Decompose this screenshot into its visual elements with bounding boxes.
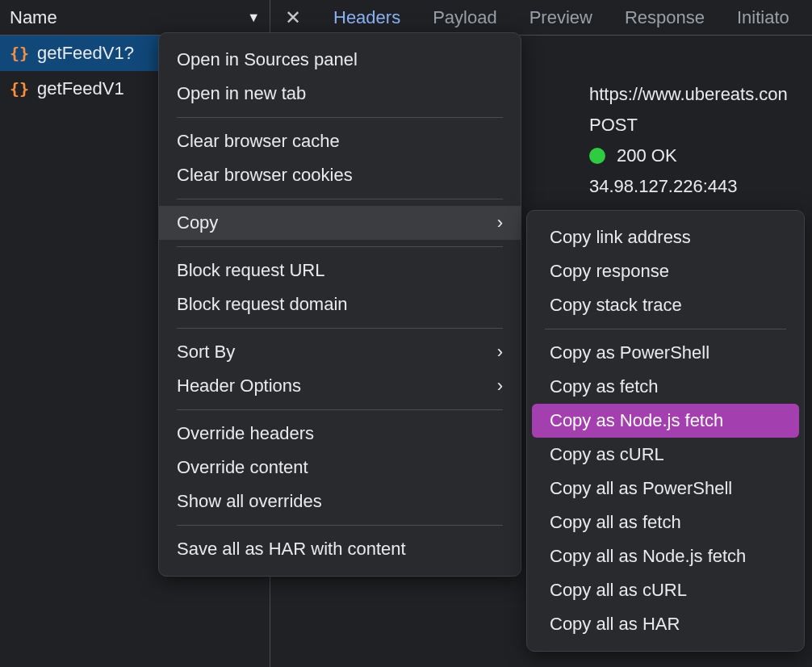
ctx-clear-cache[interactable]: Clear browser cache [159,124,521,158]
copy-as-nodejs-fetch[interactable]: Copy as Node.js fetch [532,404,799,438]
menu-separator [177,409,503,410]
sort-arrow-icon: ▼ [247,10,260,25]
close-icon[interactable]: ✕ [285,8,301,27]
copy-all-as-fetch[interactable]: Copy all as fetch [532,505,799,539]
tabs-bar: ✕ Headers Payload Preview Response Initi… [270,0,812,36]
tab-headers[interactable]: Headers [333,2,400,33]
copy-all-as-nodejs-fetch[interactable]: Copy all as Node.js fetch [532,539,799,573]
ctx-show-overrides[interactable]: Show all overrides [159,485,521,518]
request-name: getFeedV1? [37,43,134,64]
request-name: getFeedV1 [37,78,124,99]
copy-response[interactable]: Copy response [532,254,799,288]
ctx-header-options[interactable]: Header Options › [159,369,521,403]
ctx-open-sources[interactable]: Open in Sources panel [159,43,521,77]
menu-separator [177,246,503,247]
ctx-open-new-tab[interactable]: Open in new tab [159,77,521,111]
tab-payload[interactable]: Payload [433,2,497,33]
ctx-block-url[interactable]: Block request URL [159,254,521,287]
copy-submenu: Copy link address Copy response Copy sta… [526,210,805,652]
context-menu: Open in Sources panel Open in new tab Cl… [158,32,521,577]
menu-separator [177,117,503,118]
menu-separator [545,329,786,329]
status-line: 200 OK [589,145,812,166]
ctx-copy[interactable]: Copy › [159,206,521,240]
tab-response[interactable]: Response [625,2,705,33]
chevron-right-icon: › [497,342,503,363]
ctx-override-headers[interactable]: Override headers [159,417,521,451]
json-braces-icon: {} [10,79,29,99]
ctx-override-content[interactable]: Override content [159,451,521,485]
tab-preview[interactable]: Preview [529,2,592,33]
tab-initiator[interactable]: Initiato [737,2,789,33]
ctx-clear-cookies[interactable]: Clear browser cookies [159,158,521,192]
ctx-block-domain[interactable]: Block request domain [159,287,521,321]
json-braces-icon: {} [10,44,29,63]
request-method: POST [589,115,812,136]
copy-stack-trace[interactable]: Copy stack trace [532,288,799,322]
remote-address: 34.98.127.226:443 [589,176,812,197]
name-column-header[interactable]: Name ▼ [0,0,270,36]
chevron-right-icon: › [497,212,503,233]
copy-all-as-powershell[interactable]: Copy all as PowerShell [532,472,799,505]
copy-all-as-curl[interactable]: Copy all as cURL [532,573,799,607]
copy-as-fetch[interactable]: Copy as fetch [532,370,799,404]
request-url: https://www.ubereats.con [589,84,812,105]
copy-all-as-har[interactable]: Copy all as HAR [532,607,799,641]
chevron-right-icon: › [497,375,503,396]
menu-separator [177,328,503,329]
ctx-save-har[interactable]: Save all as HAR with content [159,532,521,566]
name-header-label: Name [10,7,57,28]
copy-as-curl[interactable]: Copy as cURL [532,438,799,472]
status-code: 200 OK [617,145,677,166]
copy-as-powershell[interactable]: Copy as PowerShell [532,336,799,370]
ctx-sort-by[interactable]: Sort By › [159,335,521,369]
copy-link-address[interactable]: Copy link address [532,220,799,254]
menu-separator [177,199,503,199]
status-dot-icon [589,148,605,164]
menu-separator [177,525,503,526]
